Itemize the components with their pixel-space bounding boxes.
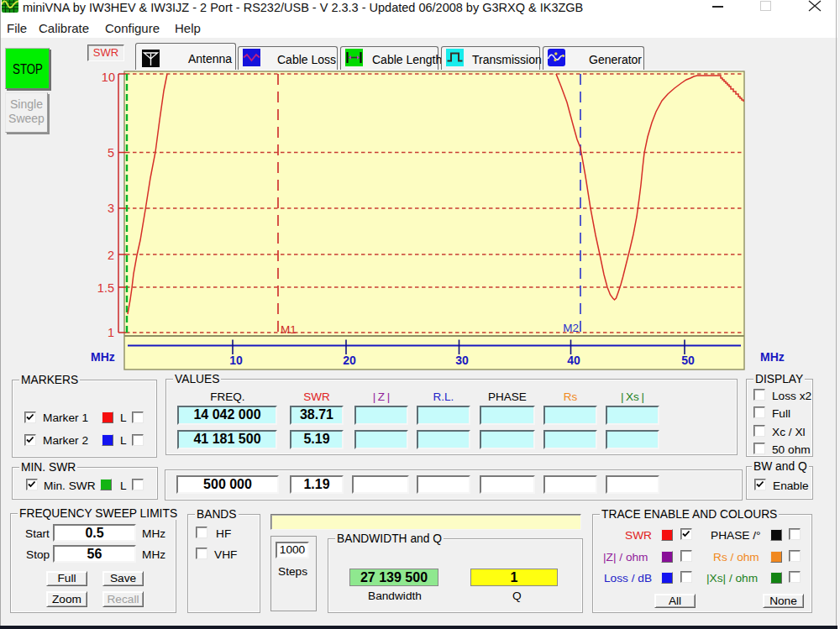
svg-text:50: 50 <box>681 354 695 367</box>
svg-text:30: 30 <box>455 354 469 367</box>
svg-text:10: 10 <box>102 71 115 84</box>
svg-text:2: 2 <box>108 249 114 262</box>
svg-text:1.5: 1.5 <box>97 281 114 295</box>
svg-text:MHz: MHz <box>91 350 115 364</box>
svg-text:MHz: MHz <box>760 350 785 364</box>
svg-text:1: 1 <box>108 326 114 339</box>
svg-text:M2: M2 <box>563 322 579 334</box>
svg-text:M1: M1 <box>281 323 297 336</box>
svg-text:20: 20 <box>343 354 356 367</box>
svg-text:40: 40 <box>567 354 580 367</box>
svg-text:5: 5 <box>108 146 114 160</box>
svg-text:10: 10 <box>229 354 243 367</box>
svg-text:3: 3 <box>108 202 114 215</box>
